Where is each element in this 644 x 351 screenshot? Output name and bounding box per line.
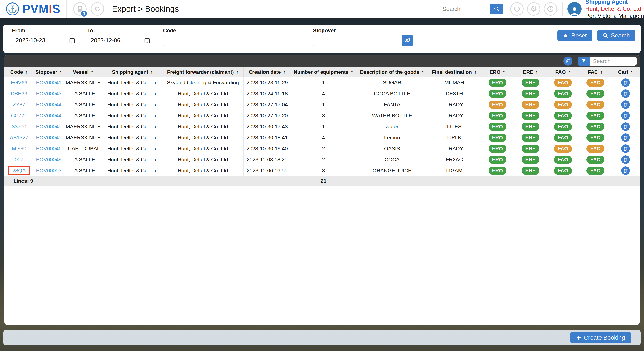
search-icon bbox=[494, 6, 500, 12]
cell-ere: ERE bbox=[514, 77, 547, 88]
fac-status-badge: FAC bbox=[586, 90, 604, 98]
column-header-code[interactable]: Code↑ bbox=[4, 67, 34, 77]
cell-creation-date: 2023-10-30 17:43 bbox=[243, 121, 291, 132]
stopover-link[interactable]: POV00053 bbox=[36, 168, 62, 173]
fao-status-badge: FAO bbox=[554, 112, 572, 120]
column-header-shipping-agent[interactable]: Shipping agent↑ bbox=[103, 67, 162, 77]
stopover-link[interactable]: POV00044 bbox=[36, 113, 62, 118]
export-button[interactable] bbox=[564, 57, 572, 66]
stopover-input[interactable] bbox=[313, 35, 402, 46]
cell-goods: Lemon bbox=[356, 132, 428, 143]
cell-code: ZY87 bbox=[4, 99, 34, 110]
fao-status-badge: FAO bbox=[554, 167, 572, 175]
booking-code-link[interactable]: ZY87 bbox=[13, 102, 25, 107]
stopover-link[interactable]: POV00045 bbox=[36, 124, 62, 129]
column-header-ero[interactable]: ERO↑ bbox=[480, 67, 514, 77]
filter-search-button[interactable]: Search bbox=[597, 30, 636, 41]
cell-cart bbox=[612, 143, 640, 154]
reset-button[interactable]: Reset bbox=[557, 30, 592, 41]
app-logo[interactable]: ⚓ PVMIS bbox=[0, 0, 66, 18]
table-row: DBE33POV00043LA SALLEHunt, Deltel & Co. … bbox=[4, 88, 640, 99]
cart-button[interactable] bbox=[621, 155, 630, 164]
stopover-link[interactable]: POV00044 bbox=[36, 102, 62, 107]
stopover-link[interactable]: POV00041 bbox=[36, 80, 62, 85]
column-header-freight-forwarder-claimant-[interactable]: Freight forwarder (claimant)↑ bbox=[162, 67, 243, 77]
bookings-table: Code↑Stopover↑Vessel↑Shipping agent↑Frei… bbox=[4, 67, 640, 186]
column-header-description-of-the-goods[interactable]: Description of the goods↑ bbox=[356, 67, 428, 77]
column-header-fac[interactable]: FAC↑ bbox=[579, 67, 612, 77]
booking-code-link[interactable]: 007 bbox=[15, 157, 24, 162]
sort-ascending-icon: ↑ bbox=[91, 69, 94, 75]
global-search-button[interactable] bbox=[490, 4, 503, 14]
cell-goods: WATER BOTTLE bbox=[356, 110, 428, 121]
column-header-number-of-equipments[interactable]: Number of equipments↑ bbox=[291, 67, 356, 77]
table-filter-button[interactable] bbox=[578, 57, 590, 66]
cell-code: 007 bbox=[4, 154, 34, 165]
column-header-final-destination[interactable]: Final destination↑ bbox=[428, 67, 480, 77]
booking-code-link[interactable]: MI990 bbox=[12, 146, 26, 151]
page: ⚓ PVMIS 1 Export > Bookings bbox=[0, 0, 644, 351]
cart-button[interactable] bbox=[621, 89, 630, 98]
column-header-stopover[interactable]: Stopover↑ bbox=[34, 67, 64, 77]
equipments-total: 21 bbox=[291, 176, 356, 186]
refresh-button[interactable] bbox=[91, 2, 104, 16]
cart-button[interactable] bbox=[621, 122, 630, 131]
cell-fao: FAO bbox=[547, 99, 579, 110]
stopover-link[interactable]: POV00045 bbox=[36, 135, 62, 140]
ero-status-badge: ERO bbox=[488, 101, 506, 109]
create-booking-button[interactable]: + Create Booking bbox=[570, 332, 631, 343]
cart-button[interactable] bbox=[621, 133, 630, 142]
cell-fac: FAC bbox=[579, 143, 612, 154]
column-header-vessel[interactable]: Vessel↑ bbox=[64, 67, 103, 77]
info-button[interactable] bbox=[544, 2, 557, 16]
booking-code-link[interactable]: 33700 bbox=[12, 124, 26, 129]
cell-code: DBE33 bbox=[4, 88, 34, 99]
cell-ero: ERO bbox=[480, 154, 514, 165]
cart-button[interactable] bbox=[621, 144, 630, 153]
user-organization: Port Victoria Managem bbox=[585, 13, 644, 20]
user-company: Hunt, Deltel & Co. Ltd bbox=[585, 6, 644, 13]
cell-fao: FAO bbox=[547, 88, 579, 99]
ere-status-badge: ERE bbox=[522, 90, 540, 98]
user-role: Shipping Agent bbox=[585, 0, 644, 6]
booking-code-link[interactable]: DBE33 bbox=[11, 91, 28, 96]
booking-code-link[interactable]: CC771 bbox=[11, 113, 27, 118]
cell-ero: ERO bbox=[480, 110, 514, 121]
eye-plus-icon bbox=[404, 37, 410, 44]
user-block[interactable]: Shipping Agent Hunt, Deltel & Co. Ltd Po… bbox=[562, 0, 644, 20]
info-icon bbox=[547, 6, 554, 13]
column-header-ere[interactable]: ERE↑ bbox=[514, 67, 547, 77]
ere-status-badge: ERE bbox=[522, 134, 540, 142]
cell-code: 33700 bbox=[4, 121, 34, 132]
to-date-input[interactable] bbox=[87, 35, 153, 46]
from-date-input[interactable] bbox=[12, 35, 78, 46]
cell-vessel: MAERSK NILE bbox=[64, 132, 103, 143]
column-header-creation-date[interactable]: Creation date↑ bbox=[243, 67, 291, 77]
cart-button[interactable] bbox=[621, 78, 630, 87]
cell-fao: FAO bbox=[547, 154, 579, 165]
cell-fac: FAC bbox=[579, 110, 612, 121]
booking-code-link[interactable]: FGV66 bbox=[11, 80, 28, 85]
table-body: FGV66POV00041MAERSK NILEHunt, Deltel & C… bbox=[4, 77, 640, 176]
column-header-fao[interactable]: FAO↑ bbox=[547, 67, 579, 77]
global-search-input[interactable] bbox=[439, 4, 490, 14]
documents-button[interactable]: 1 bbox=[73, 2, 87, 16]
stopover-link[interactable]: POV00046 bbox=[36, 146, 62, 151]
booking-code-link[interactable]: AB1327 bbox=[10, 135, 28, 140]
cart-button[interactable] bbox=[621, 100, 630, 109]
stopover-lookup-button[interactable] bbox=[402, 35, 413, 46]
code-input[interactable] bbox=[163, 35, 308, 46]
cart-button[interactable] bbox=[621, 111, 630, 120]
settings-button[interactable]: ⚙ bbox=[527, 2, 540, 16]
logout-button[interactable] bbox=[510, 2, 524, 16]
person-icon bbox=[569, 6, 580, 16]
column-header-cart[interactable]: Cart↑ bbox=[612, 67, 640, 77]
cart-button[interactable] bbox=[621, 166, 630, 175]
table-search-input[interactable] bbox=[590, 57, 636, 66]
cell-ere: ERE bbox=[514, 143, 547, 154]
fac-status-badge: FAC bbox=[586, 156, 604, 164]
stopover-link[interactable]: POV00049 bbox=[36, 157, 62, 162]
cell-fac: FAC bbox=[579, 165, 612, 176]
booking-code-link[interactable]: 23QA bbox=[12, 168, 26, 173]
stopover-link[interactable]: POV00043 bbox=[36, 91, 62, 96]
